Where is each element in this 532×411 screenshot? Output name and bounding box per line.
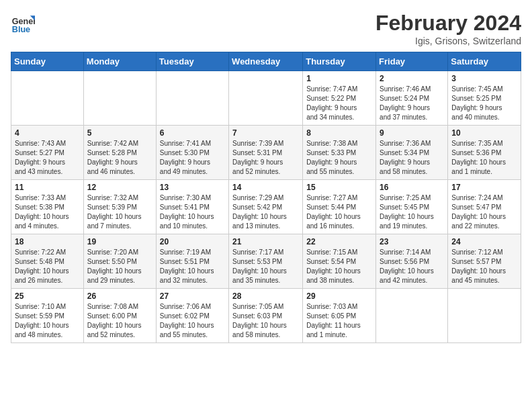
logo-icon: General Blue <box>11 11 35 35</box>
day-info: Sunrise: 7:14 AM Sunset: 5:56 PM Dayligh… <box>380 248 444 285</box>
day-number: 3 <box>451 74 517 83</box>
svg-text:Blue: Blue <box>12 25 30 34</box>
day-number: 17 <box>451 183 517 192</box>
day-number: 2 <box>380 74 444 83</box>
day-info: Sunrise: 7:43 AM Sunset: 5:27 PM Dayligh… <box>15 139 80 177</box>
calendar-cell <box>11 71 84 126</box>
day-info: Sunrise: 7:15 AM Sunset: 5:54 PM Dayligh… <box>306 248 372 285</box>
day-number: 1 <box>306 74 372 83</box>
day-number: 29 <box>306 291 372 301</box>
day-info: Sunrise: 7:32 AM Sunset: 5:39 PM Dayligh… <box>87 193 152 231</box>
month-year-title: February 2024 <box>375 11 521 36</box>
day-info: Sunrise: 7:42 AM Sunset: 5:28 PM Dayligh… <box>87 139 152 177</box>
calendar-cell: 6Sunrise: 7:41 AM Sunset: 5:30 PM Daylig… <box>156 126 228 180</box>
calendar-cell: 5Sunrise: 7:42 AM Sunset: 5:28 PM Daylig… <box>83 126 156 180</box>
calendar-cell <box>156 71 228 126</box>
calendar-cell: 8Sunrise: 7:38 AM Sunset: 5:33 PM Daylig… <box>303 126 376 180</box>
day-info: Sunrise: 7:27 AM Sunset: 5:44 PM Dayligh… <box>306 193 372 231</box>
calendar-cell: 18Sunrise: 7:22 AM Sunset: 5:48 PM Dayli… <box>11 234 84 289</box>
calendar-cell: 27Sunrise: 7:06 AM Sunset: 6:02 PM Dayli… <box>156 289 228 343</box>
day-info: Sunrise: 7:35 AM Sunset: 5:36 PM Dayligh… <box>451 139 517 177</box>
day-number: 11 <box>15 183 80 192</box>
calendar-cell: 2Sunrise: 7:46 AM Sunset: 5:24 PM Daylig… <box>376 71 448 126</box>
calendar-cell: 9Sunrise: 7:36 AM Sunset: 5:34 PM Daylig… <box>376 126 448 180</box>
day-number: 13 <box>160 183 225 192</box>
day-info: Sunrise: 7:47 AM Sunset: 5:22 PM Dayligh… <box>306 85 372 122</box>
day-info: Sunrise: 7:45 AM Sunset: 5:25 PM Dayligh… <box>451 85 517 122</box>
calendar-cell: 3Sunrise: 7:45 AM Sunset: 5:25 PM Daylig… <box>448 71 521 126</box>
calendar-week-row: 1Sunrise: 7:47 AM Sunset: 5:22 PM Daylig… <box>11 71 521 126</box>
calendar-header-row: SundayMondayTuesdayWednesdayThursdayFrid… <box>11 52 521 71</box>
calendar-cell: 22Sunrise: 7:15 AM Sunset: 5:54 PM Dayli… <box>303 234 376 289</box>
day-info: Sunrise: 7:06 AM Sunset: 6:02 PM Dayligh… <box>160 302 225 340</box>
calendar-cell: 28Sunrise: 7:05 AM Sunset: 6:03 PM Dayli… <box>229 289 303 343</box>
title-block: February 2024 Igis, Grisons, Switzerland <box>375 11 521 46</box>
calendar-cell: 13Sunrise: 7:30 AM Sunset: 5:41 PM Dayli… <box>156 180 228 234</box>
day-info: Sunrise: 7:41 AM Sunset: 5:30 PM Dayligh… <box>160 139 225 177</box>
calendar-cell: 12Sunrise: 7:32 AM Sunset: 5:39 PM Dayli… <box>83 180 156 234</box>
calendar-table: SundayMondayTuesdayWednesdayThursdayFrid… <box>11 52 521 343</box>
day-number: 26 <box>87 291 152 301</box>
day-number: 24 <box>451 237 517 246</box>
day-number: 28 <box>232 291 299 301</box>
day-number: 23 <box>380 237 444 246</box>
calendar-header-tuesday: Tuesday <box>156 52 228 71</box>
calendar-cell: 21Sunrise: 7:17 AM Sunset: 5:53 PM Dayli… <box>229 234 303 289</box>
day-info: Sunrise: 7:17 AM Sunset: 5:53 PM Dayligh… <box>232 248 299 285</box>
location-subtitle: Igis, Grisons, Switzerland <box>375 36 521 46</box>
day-number: 27 <box>160 291 225 301</box>
day-number: 4 <box>15 128 80 138</box>
calendar-header-wednesday: Wednesday <box>229 52 303 71</box>
day-info: Sunrise: 7:30 AM Sunset: 5:41 PM Dayligh… <box>160 193 225 231</box>
calendar-cell: 24Sunrise: 7:12 AM Sunset: 5:57 PM Dayli… <box>448 234 521 289</box>
day-number: 14 <box>232 183 299 192</box>
calendar-cell: 19Sunrise: 7:20 AM Sunset: 5:50 PM Dayli… <box>83 234 156 289</box>
day-info: Sunrise: 7:22 AM Sunset: 5:48 PM Dayligh… <box>15 248 80 285</box>
calendar-week-row: 25Sunrise: 7:10 AM Sunset: 5:59 PM Dayli… <box>11 289 521 343</box>
day-info: Sunrise: 7:24 AM Sunset: 5:47 PM Dayligh… <box>451 193 517 231</box>
calendar-cell: 1Sunrise: 7:47 AM Sunset: 5:22 PM Daylig… <box>303 71 376 126</box>
calendar-cell: 7Sunrise: 7:39 AM Sunset: 5:31 PM Daylig… <box>229 126 303 180</box>
calendar-header-thursday: Thursday <box>303 52 376 71</box>
day-number: 22 <box>306 237 372 246</box>
calendar-cell <box>448 289 521 343</box>
calendar-week-row: 4Sunrise: 7:43 AM Sunset: 5:27 PM Daylig… <box>11 126 521 180</box>
day-number: 6 <box>160 128 225 138</box>
calendar-header-monday: Monday <box>83 52 156 71</box>
calendar-cell: 17Sunrise: 7:24 AM Sunset: 5:47 PM Dayli… <box>448 180 521 234</box>
day-info: Sunrise: 7:33 AM Sunset: 5:38 PM Dayligh… <box>15 193 80 231</box>
calendar-header-friday: Friday <box>376 52 448 71</box>
day-info: Sunrise: 7:20 AM Sunset: 5:50 PM Dayligh… <box>87 248 152 285</box>
day-info: Sunrise: 7:29 AM Sunset: 5:42 PM Dayligh… <box>232 193 299 231</box>
calendar-cell: 10Sunrise: 7:35 AM Sunset: 5:36 PM Dayli… <box>448 126 521 180</box>
day-number: 9 <box>380 128 444 138</box>
calendar-cell: 20Sunrise: 7:19 AM Sunset: 5:51 PM Dayli… <box>156 234 228 289</box>
day-number: 7 <box>232 128 299 138</box>
day-info: Sunrise: 7:38 AM Sunset: 5:33 PM Dayligh… <box>306 139 372 177</box>
day-info: Sunrise: 7:10 AM Sunset: 5:59 PM Dayligh… <box>15 302 80 340</box>
calendar-header-saturday: Saturday <box>448 52 521 71</box>
calendar-cell: 4Sunrise: 7:43 AM Sunset: 5:27 PM Daylig… <box>11 126 84 180</box>
day-number: 20 <box>160 237 225 246</box>
calendar-cell: 23Sunrise: 7:14 AM Sunset: 5:56 PM Dayli… <box>376 234 448 289</box>
day-info: Sunrise: 7:19 AM Sunset: 5:51 PM Dayligh… <box>160 248 225 285</box>
day-number: 18 <box>15 237 80 246</box>
logo: General Blue <box>11 11 35 35</box>
day-info: Sunrise: 7:36 AM Sunset: 5:34 PM Dayligh… <box>380 139 444 177</box>
day-number: 12 <box>87 183 152 192</box>
day-number: 19 <box>87 237 152 246</box>
calendar-cell <box>229 71 303 126</box>
page-header: General Blue February 2024 Igis, Grisons… <box>11 11 521 46</box>
day-number: 10 <box>451 128 517 138</box>
calendar-cell: 14Sunrise: 7:29 AM Sunset: 5:42 PM Dayli… <box>229 180 303 234</box>
calendar-header-sunday: Sunday <box>11 52 84 71</box>
calendar-cell: 16Sunrise: 7:25 AM Sunset: 5:45 PM Dayli… <box>376 180 448 234</box>
day-number: 5 <box>87 128 152 138</box>
calendar-week-row: 18Sunrise: 7:22 AM Sunset: 5:48 PM Dayli… <box>11 234 521 289</box>
day-number: 21 <box>232 237 299 246</box>
day-info: Sunrise: 7:03 AM Sunset: 6:05 PM Dayligh… <box>306 302 372 340</box>
calendar-cell: 26Sunrise: 7:08 AM Sunset: 6:00 PM Dayli… <box>83 289 156 343</box>
calendar-cell <box>83 71 156 126</box>
day-number: 8 <box>306 128 372 138</box>
day-info: Sunrise: 7:12 AM Sunset: 5:57 PM Dayligh… <box>451 248 517 285</box>
